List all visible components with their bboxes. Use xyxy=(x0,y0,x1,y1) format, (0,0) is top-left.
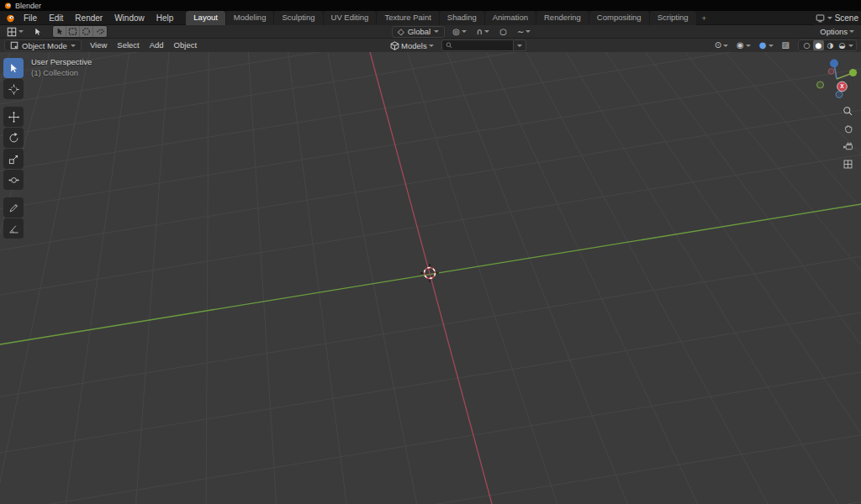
menu-add[interactable]: Add xyxy=(145,39,169,52)
shading-rendered-button[interactable]: ◒ xyxy=(837,40,848,50)
scene-dropdown[interactable]: Scene xyxy=(814,11,860,25)
chevron-down-icon xyxy=(849,30,854,33)
select-circle-button[interactable] xyxy=(80,26,93,37)
blender-window: Blender File Edit Render Window Help Lay… xyxy=(0,0,861,504)
pan-button[interactable] xyxy=(841,122,855,136)
zoom-button[interactable] xyxy=(841,104,855,118)
tool-measure[interactable] xyxy=(3,218,24,239)
workspace-tab-sculpting[interactable]: Sculpting xyxy=(274,11,323,25)
menu-edit[interactable]: Edit xyxy=(43,11,69,25)
menu-file[interactable]: File xyxy=(18,11,43,25)
search-input[interactable] xyxy=(455,41,510,50)
show-overlays-dropdown[interactable]: ● xyxy=(757,39,776,51)
menu-help[interactable]: Help xyxy=(151,11,180,25)
workspace-tab-animation[interactable]: Animation xyxy=(485,11,536,25)
proportional-falloff-dropdown[interactable]: ∼ xyxy=(515,26,533,38)
falloff-curve-icon: ∼ xyxy=(517,28,524,36)
tool-annotate[interactable] xyxy=(3,197,24,218)
shading-material-button[interactable]: ◑ xyxy=(825,40,836,50)
menu-select[interactable]: Select xyxy=(112,39,144,52)
object-visibility-dropdown[interactable]: ⊙ xyxy=(712,39,731,51)
axis-ball-y[interactable] xyxy=(849,69,857,76)
window-title: Blender xyxy=(15,2,41,10)
chevron-down-icon xyxy=(429,45,434,47)
proportional-edit-button[interactable]: ○ xyxy=(497,26,510,38)
viewport-nav-buttons xyxy=(841,104,855,171)
editor-type-button[interactable] xyxy=(4,26,26,38)
cube-icon xyxy=(390,41,399,50)
blender-logo-icon xyxy=(6,13,15,23)
transform-orientation-dropdown[interactable]: ◇ Global xyxy=(392,26,445,38)
select-tweak-button[interactable] xyxy=(53,26,66,37)
select-mode-group xyxy=(52,25,108,38)
scale-icon xyxy=(8,153,20,165)
mode-dropdown[interactable]: Object Mode xyxy=(4,39,82,51)
workspace-tab-rendering[interactable]: Rendering xyxy=(536,11,589,25)
workspace-tab-scripting[interactable]: Scripting xyxy=(650,11,697,25)
viewport-header-row2: Object Mode View Select Add Object Model… xyxy=(0,39,861,52)
tool-select-box[interactable] xyxy=(3,58,24,78)
3d-viewport[interactable]: User Perspective (1) Collection xyxy=(0,52,861,504)
magnet-icon: ∩ xyxy=(477,28,483,36)
chevron-down-icon xyxy=(746,45,751,47)
axis-ball-z[interactable] xyxy=(830,60,838,68)
axis-gizmo[interactable]: X xyxy=(814,56,859,102)
select-box-button[interactable] xyxy=(66,26,80,37)
viewport-header-row1: ◇ Global ◎ ∩ ○ ∼ Options xyxy=(0,25,861,39)
camera-view-button[interactable] xyxy=(841,139,855,154)
workspace-tab-shading[interactable]: Shading xyxy=(440,11,485,25)
axis-ball-negative-y[interactable] xyxy=(817,81,824,88)
workspace-tab-layout[interactable]: Layout xyxy=(186,11,226,25)
axis-ball-negative-z[interactable] xyxy=(836,92,843,98)
transform-pivot-dropdown[interactable]: ◎ xyxy=(450,26,469,38)
magnifier-icon xyxy=(843,106,853,117)
menu-window[interactable]: Window xyxy=(108,11,151,25)
chevron-down-icon xyxy=(769,45,774,47)
tool-transform[interactable] xyxy=(3,170,24,190)
workspace-tab-compositing[interactable]: Compositing xyxy=(589,11,650,25)
circle-select-icon xyxy=(82,27,91,36)
menu-object[interactable]: Object xyxy=(169,39,202,52)
workspace-tab-uv-editing[interactable]: UV Editing xyxy=(324,11,378,25)
blender-menu-button[interactable] xyxy=(3,13,18,23)
chevron-down-icon xyxy=(526,30,531,33)
active-collection-label: (1) Collection xyxy=(31,68,78,77)
tool-rotate[interactable] xyxy=(3,128,24,148)
blender-logo-icon xyxy=(4,2,12,9)
chevron-down-icon xyxy=(484,30,489,33)
chevron-down-icon xyxy=(434,30,439,33)
hand-icon xyxy=(843,123,853,134)
shading-solid-button[interactable]: ● xyxy=(813,40,824,50)
menu-view[interactable]: View xyxy=(85,39,112,52)
editor-type-icon xyxy=(7,27,17,37)
add-workspace-button[interactable]: + xyxy=(697,12,712,25)
axis-ball-negative-x[interactable] xyxy=(828,69,834,75)
show-gizmo-dropdown[interactable]: ◉ xyxy=(734,39,753,51)
measure-icon xyxy=(8,223,20,235)
toggle-orthographic-button[interactable] xyxy=(841,157,855,171)
toolbar-column xyxy=(3,58,24,239)
shading-wireframe-button[interactable]: ○ xyxy=(801,40,812,50)
workspace-tab-modeling[interactable]: Modeling xyxy=(226,11,275,25)
snap-dropdown[interactable]: ∩ xyxy=(474,26,492,38)
options-dropdown[interactable]: Options xyxy=(817,26,857,38)
tool-cursor[interactable] xyxy=(3,79,24,99)
chevron-down-icon xyxy=(517,45,522,47)
asset-category-dropdown[interactable]: Models xyxy=(388,39,436,51)
search-filter-dropdown[interactable] xyxy=(514,39,526,51)
workspace-tab-texture-paint[interactable]: Texture Paint xyxy=(377,11,439,25)
topbar: File Edit Render Window Help Layout Mode… xyxy=(0,11,861,25)
select-lasso-button[interactable] xyxy=(93,26,107,37)
select-cursor-icon xyxy=(33,27,43,37)
menu-render[interactable]: Render xyxy=(69,11,108,25)
chevron-down-icon xyxy=(827,17,832,19)
box-select-icon xyxy=(68,27,77,36)
chevron-down-icon xyxy=(18,30,24,33)
toggle-xray-button[interactable]: ▨ xyxy=(779,39,792,51)
tool-scale[interactable] xyxy=(3,149,24,169)
object-mode-icon xyxy=(10,41,18,50)
tool-move[interactable] xyxy=(3,107,24,127)
viewport-display-group: ⊙ ◉ ● ▨ ○ ● ◑ ◒ xyxy=(712,39,857,51)
shading-settings-dropdown[interactable] xyxy=(848,45,853,47)
active-tool-button[interactable] xyxy=(30,26,45,38)
